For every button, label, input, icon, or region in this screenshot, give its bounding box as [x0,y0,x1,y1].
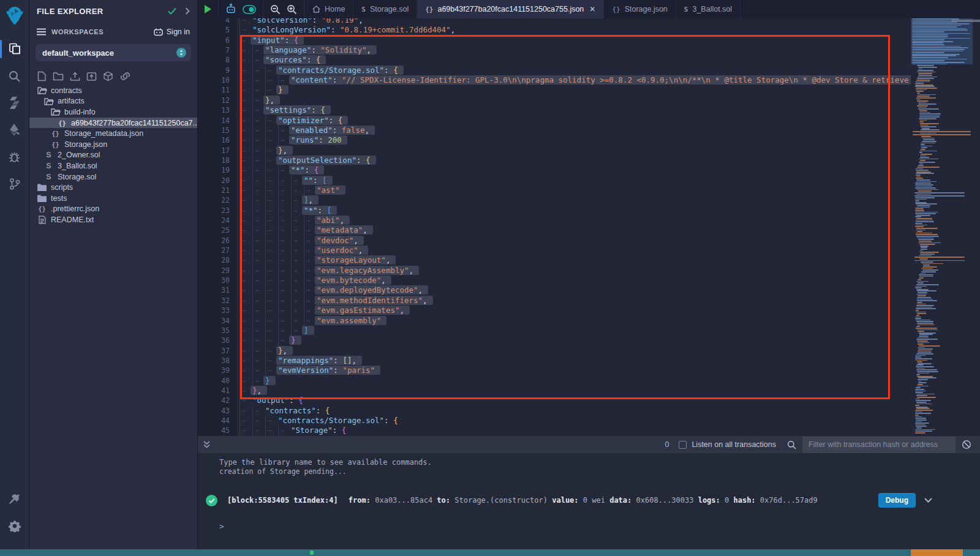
sol-icon: S [43,173,54,181]
minimap-viewport[interactable] [911,18,973,64]
code-line-6: 6→"input": { [198,36,911,45]
scrollbar-thumb[interactable] [951,20,980,22]
code-line-44: 44→→→"contracts/Storage.sol": { [198,416,911,426]
code-line-42: 42→"output": { [198,396,911,405]
code-line-37: 37→→→}, [198,346,911,356]
code-line-23: 23→→→→→"*": [ [198,206,911,216]
code-line-26: 26→→→→→→"devdoc", [198,236,911,246]
toggle-icon[interactable] [243,5,256,14]
sign-in-button[interactable]: Sign in [154,28,190,36]
listen-all-transactions-checkbox[interactable] [679,441,687,449]
tree-item-a69b43f277ba20fcac141151250ca7-[interactable]: {}a69b43f277ba20fcac141151250ca7... [29,118,197,129]
code-line-27: 27→→→→→→"userdoc", [198,246,911,255]
sidebar-item-deploy-and-run[interactable] [0,116,29,143]
tree-item-storage-sol[interactable]: SStorage.sol [29,171,197,182]
tab-bar: HomeSStorage.sol{}a69b43f277ba20fcac1411… [198,0,980,18]
code-line-39: 39→→→"evmVersion": "paris" [198,366,911,375]
publish-gist-icon[interactable] [103,71,113,81]
close-tab-icon[interactable]: ✕ [589,5,595,13]
code-line-4: 4→"solcVersion": "0.8.19", [198,18,911,25]
hamburger-menu-icon[interactable] [37,28,46,36]
clear-console-icon[interactable] [962,440,971,449]
tab-list: HomeSStorage.sol{}a69b43f277ba20fcac1411… [304,0,741,18]
transaction-log-row[interactable]: [block:5583405 txIndex:4] from: 0xa03...… [219,493,980,508]
tx-success-icon [206,495,217,506]
github-icon [154,28,163,36]
listen-all-transactions-label[interactable]: Listen on all transactions [692,440,776,449]
workspace-select[interactable]: default_workspace [36,44,191,61]
json-icon: {} [57,119,67,127]
link-icon[interactable] [119,72,131,81]
code-line-9: 9→→→"contracts/Storage.sol": { [198,66,911,75]
file-explorer-panel: FILE EXPLORER WORKSPACES Sign in default… [29,0,198,549]
chevron-down-icon[interactable] [924,498,932,503]
sol-icon: S [684,6,688,13]
tab-storage-json[interactable]: {}Storage.json [604,0,676,18]
remix-ai-icon[interactable] [225,4,236,15]
sidebar-item-solidity-compiler[interactable] [0,89,29,116]
tree-item-tests[interactable]: tests [29,193,197,204]
tree-item-artifacts[interactable]: artifacts [29,96,197,107]
folder-open-icon [50,108,61,116]
tree-item-2-owner-sol[interactable]: S2_Owner.sol [29,150,197,161]
upload-folder-icon[interactable] [86,72,97,81]
pending-tx-count: 0 [665,440,669,449]
code-line-20: 20→→→→→"": [ [198,176,911,186]
code-line-33: 33→→→→→→"evm.gasEstimates", [198,306,911,315]
file-tree: contractsartifactsbuild-info{}a69b43f277… [29,85,197,225]
code-line-24: 24→→→→→→"abi", [198,216,911,225]
transaction-filter-input[interactable] [802,437,956,453]
sidebar-item-settings[interactable] [0,513,29,539]
sidebar-item-search[interactable] [0,62,29,89]
run-script-icon[interactable] [205,5,211,13]
code-line-13: 13→→"settings": { [198,105,911,115]
upload-file-icon[interactable] [70,72,80,81]
zoom-out-icon[interactable] [270,4,281,15]
code-line-36: 36→→→→} [198,336,911,345]
code-line-40: 40→→} [198,376,911,386]
json-icon: {} [612,6,620,13]
code-line-12: 12→→}, [198,96,911,105]
sidebar-item-debugger[interactable] [0,143,29,170]
tab-home[interactable]: Home [304,0,353,18]
chevron-right-icon[interactable] [185,7,190,15]
code-line-35: 35→→→→→] [198,326,911,336]
panel-title: FILE EXPLORER [37,7,168,16]
zoom-in-icon[interactable] [287,4,297,15]
status-bar [0,549,980,556]
search-icon [787,440,796,449]
expand-terminal-icon[interactable] [203,440,211,449]
code-line-10: 10→→→→"content": "// SPDX-License-Identi… [198,75,911,85]
tree-item-contracts[interactable]: contracts [29,85,197,96]
code-line-45: 45→→→→"Storage": { [198,426,911,435]
sol-icon: S [43,151,54,159]
sidebar-item-git[interactable] [0,170,29,197]
new-file-icon[interactable] [37,71,47,81]
sidebar-item-file-explorer[interactable] [0,36,29,62]
terminal-info-line: creation of Storage pending... [219,467,980,476]
code-lines: 4→"solcVersion": "0.8.19",5→"solcLongVer… [198,18,911,436]
debug-button[interactable]: Debug [878,493,916,508]
tree-item-build-info[interactable]: build-info [29,107,197,118]
tab-storage-sol[interactable]: SStorage.sol [353,0,417,18]
remix-logo-icon[interactable] [0,4,29,28]
tree-item-readme-txt[interactable]: README.txt [29,214,197,225]
terminal-prompt[interactable]: > [219,522,980,531]
sidebar-item-plugin-manager[interactable] [0,486,29,513]
tree-item-storage-metadata-json[interactable]: {}Storage_metadata.json [29,128,197,139]
new-folder-icon[interactable] [53,72,64,81]
code-editor[interactable]: 4→"solcVersion": "0.8.19",5→"solcLongVer… [198,18,980,436]
sol-icon: S [43,162,54,170]
tree-item--prettierrc-json[interactable]: {}.prettierrc.json [29,204,197,215]
tree-item-scripts[interactable]: scripts [29,182,197,193]
folder-closed-icon [37,184,47,191]
json-icon: {} [37,205,47,212]
tab-3-ballot-sol[interactable]: S3_Ballot.sol [676,0,741,18]
code-line-14: 14→→→"optimizer": { [198,116,911,126]
tree-item-storage-json[interactable]: {}Storage.json [29,139,197,150]
tree-item-3-ballot-sol[interactable]: S3_Ballot.sol [29,160,197,171]
doc-icon [37,216,47,224]
tab-a69b43f277ba20fcac141151250ca755-json[interactable]: {}a69b43f277ba20fcac141151250ca755.json✕ [417,0,604,18]
minimap[interactable] [911,18,973,436]
status-badge [911,549,963,556]
